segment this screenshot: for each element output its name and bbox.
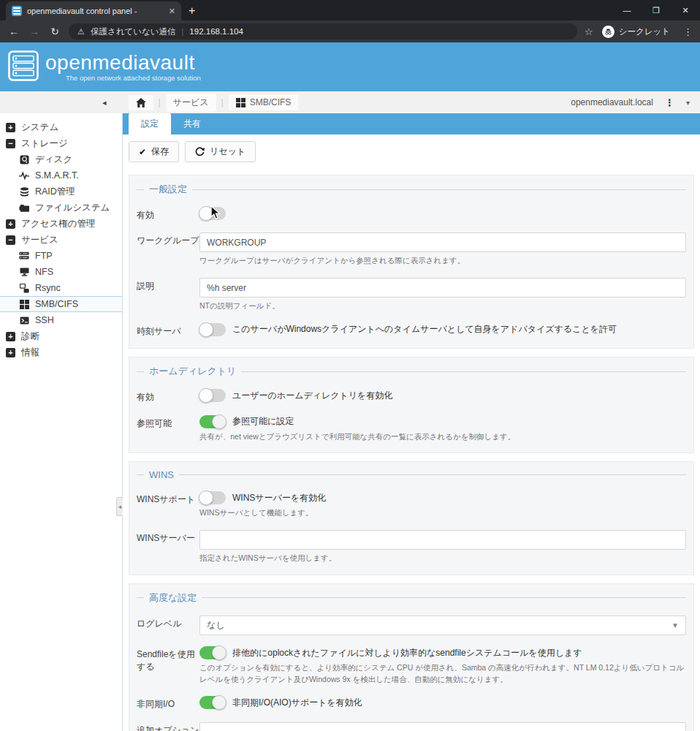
sidebar-item-smbcifs[interactable]: SMB/CIFS (0, 296, 122, 312)
expand-plus-icon[interactable]: + (6, 348, 15, 357)
home-button[interactable] (129, 95, 153, 110)
expand-plus-icon[interactable]: + (6, 123, 15, 132)
sidebar-item-diagnostics[interactable]: + 診断 (0, 328, 122, 344)
back-button[interactable]: ← (7, 26, 20, 37)
timeserver-toggle[interactable] (199, 323, 226, 336)
breadcrumb-separator: | (159, 97, 161, 107)
field-label-wins-support: WINSサポート (137, 491, 199, 519)
breadcrumb-smbcifs[interactable]: SMB/CIFS (229, 94, 299, 110)
browser-titlebar: openmediavault control panel - ✕ + — ❐ ✕ (0, 0, 700, 20)
sidebar-item-filesystems[interactable]: ファイルシステム (0, 200, 122, 216)
sidebar-item-label: NFS (35, 267, 53, 277)
workgroup-help: ワークグループはサーバがクライアントから参照される際に表示されます。 (199, 255, 686, 267)
browser-tab-title: openmediavault control panel - (27, 7, 164, 15)
extra-options-textarea[interactable] (199, 722, 686, 731)
sidebar-item-label: SSH (35, 315, 54, 325)
save-button[interactable]: ✔ 保存 (129, 141, 179, 162)
sendfile-toggle[interactable] (199, 646, 226, 659)
section-home-directories: ホームディレクトリ 有効 ユーザーのホームディレクトリを有効化 参照可能 参照可… (129, 357, 694, 453)
sidebar-item-label: 情報 (21, 346, 39, 359)
app-header: openmediavault The open network attached… (0, 42, 700, 91)
sidebar-item-access-rights[interactable]: + アクセス権の管理 (0, 216, 122, 232)
aio-toggle[interactable] (199, 696, 226, 709)
sidebar-item-services[interactable]: − サービス (0, 232, 122, 248)
workgroup-input[interactable] (199, 232, 686, 252)
sidebar-item-ftp[interactable]: FTP (0, 248, 122, 264)
field-label-workgroup: ワークグループ (137, 232, 199, 267)
omv-favicon-icon (12, 6, 22, 16)
not-secure-label[interactable]: 保護されていない通信 (91, 26, 176, 37)
sidebar-item-label: ファイルシステム (35, 202, 110, 214)
reset-button[interactable]: リセット (185, 141, 256, 162)
window-close-button[interactable]: ✕ (671, 6, 700, 15)
sidebar-item-raid[interactable]: RAID管理 (0, 183, 122, 200)
bookmark-star-icon[interactable]: ☆ (585, 26, 593, 37)
sidebar-item-label: S.M.A.R.T. (35, 170, 79, 181)
sidebar-item-storage[interactable]: − ストレージ (0, 135, 122, 151)
computer-icon (19, 267, 29, 277)
timeserver-toggle-label: このサーバがWindowsクライアントへのタイムサーバとして自身をアドバタイズす… (232, 323, 617, 336)
address-bar[interactable]: ⚠ 保護されていない通信 | 192.168.1.104 (69, 23, 577, 39)
loglevel-select[interactable]: なし ▼ (199, 616, 686, 635)
hostname-label: openmediavault.local (571, 97, 653, 107)
sidebar-item-label: 診断 (21, 330, 39, 343)
sidebar-item-rsync[interactable]: Rsync (0, 280, 122, 296)
new-tab-button[interactable]: + (189, 4, 195, 20)
windows-icon (19, 299, 29, 309)
select-caret-icon: ▼ (672, 621, 679, 629)
sidebar-item-ssh[interactable]: SSH (0, 312, 122, 328)
wins-support-toggle[interactable] (199, 491, 226, 504)
window-maximize-button[interactable]: ❐ (642, 6, 671, 15)
browseable-toggle[interactable] (199, 415, 226, 428)
field-label-browseable: 参照可能 (137, 415, 199, 443)
omv-logo-icon (8, 50, 39, 84)
browseable-toggle-label: 参照可能に設定 (232, 415, 294, 428)
app-title: openmediavault (45, 53, 201, 73)
incognito-label: シークレット (619, 26, 670, 37)
sidebar-item-nfs[interactable]: NFS (0, 264, 122, 280)
browser-toolbar: ← → ↻ ⚠ 保護されていない通信 | 192.168.1.104 ☆ シーク… (0, 20, 700, 42)
sidebar-item-disks[interactable]: ディスク (0, 151, 122, 167)
field-label-wins-server: WINSサーバー (137, 530, 199, 564)
sidebar-resize-handle[interactable]: ◂ (116, 497, 123, 516)
forward-button[interactable]: → (28, 26, 41, 37)
home-icon (136, 98, 146, 107)
expand-plus-icon[interactable]: + (6, 332, 15, 341)
collapse-minus-icon[interactable]: − (6, 235, 15, 245)
check-icon: ✔ (139, 147, 146, 157)
tab-settings[interactable]: 設定 (129, 113, 171, 135)
host-menu-button[interactable]: ⋮ (665, 97, 674, 108)
action-toolbar: ✔ 保存 リセット (123, 135, 700, 169)
sidebar-item-information[interactable]: + 情報 (0, 344, 122, 360)
sidebar-item-smart[interactable]: S.M.A.R.T. (0, 167, 122, 183)
homedir-enable-toggle[interactable] (199, 389, 226, 402)
heartbeat-icon (19, 170, 29, 181)
save-button-label: 保存 (151, 145, 169, 158)
section-title: WINS (137, 462, 686, 480)
section-title: 一般設定 (137, 175, 686, 196)
windows-icon (236, 98, 246, 107)
reload-button[interactable]: ↻ (48, 26, 61, 37)
browseable-help: 共有が、net viewとブラウズリストで利用可能な共有の一覧に表示されるかを制… (199, 431, 686, 443)
host-dropdown-caret-icon[interactable]: ▾ (686, 99, 690, 107)
mouse-cursor (210, 205, 221, 223)
tab-shares[interactable]: 共有 (171, 113, 213, 135)
description-help: NTの説明フィールド。 (199, 300, 686, 312)
sidebar-item-system[interactable]: + システム (0, 119, 122, 135)
sidebar-collapse-arrow-icon[interactable]: ◂ (102, 98, 107, 107)
tab-close-icon[interactable]: ✕ (169, 7, 175, 16)
field-label-aio: 非同期I/O (137, 696, 199, 711)
sidebar-item-label: ストレージ (21, 137, 68, 150)
incognito-badge: シークレット (601, 24, 676, 39)
breadcrumb-services[interactable]: サービス (166, 94, 216, 112)
address-url[interactable]: 192.168.1.104 (189, 27, 243, 36)
sidebar-item-label: SMB/CIFS (35, 299, 78, 309)
window-minimize-button[interactable]: — (612, 6, 642, 15)
expand-plus-icon[interactable]: + (6, 219, 15, 229)
collapse-minus-icon[interactable]: − (6, 139, 15, 148)
wins-server-input[interactable] (199, 530, 686, 550)
browser-tab[interactable]: openmediavault control panel - ✕ (6, 1, 181, 20)
browser-menu-button[interactable]: ⋮ (683, 26, 693, 37)
terminal-icon (19, 315, 29, 325)
description-input[interactable] (199, 278, 686, 298)
